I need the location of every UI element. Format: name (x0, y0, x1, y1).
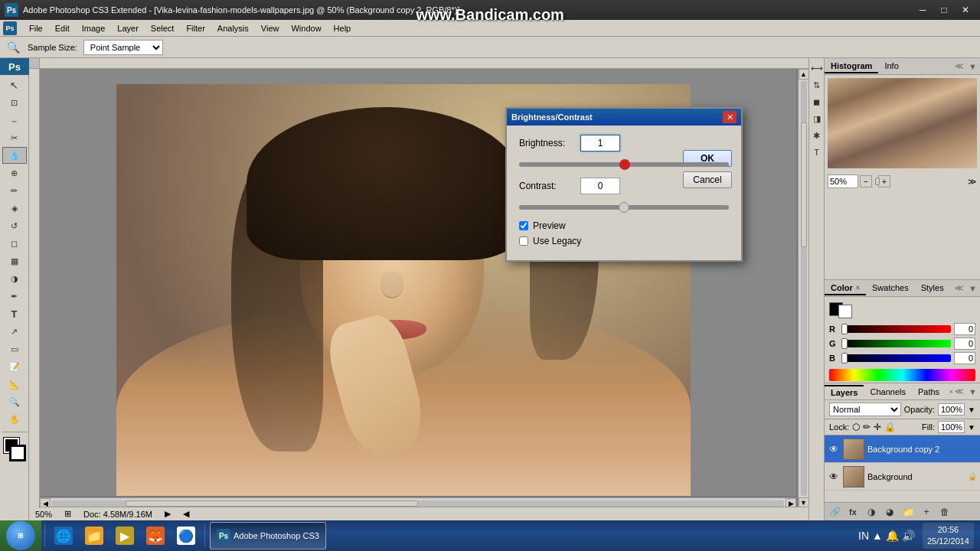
layers-tab-close[interactable]: × (949, 388, 953, 396)
right-tool-2[interactable]: ⇅ (810, 78, 824, 92)
tab-paths[interactable]: Paths (912, 386, 946, 398)
opacity-input[interactable] (938, 403, 965, 416)
layer-new-btn[interactable]: + (920, 505, 933, 519)
scroll-up-btn[interactable]: ▲ (799, 69, 809, 80)
tool-spot-heal[interactable]: ⊕ (2, 165, 27, 181)
b-slider[interactable] (841, 354, 951, 362)
tab-color[interactable]: Color × (825, 282, 866, 295)
tool-lasso[interactable]: ⌣ (2, 112, 27, 129)
tool-notes[interactable]: 📝 (2, 358, 27, 375)
taskbar-icon-chrome[interactable]: 🔵 (171, 520, 201, 551)
tool-hand[interactable]: ✋ (2, 411, 27, 428)
tool-zoom[interactable]: 🔍 (2, 393, 27, 410)
menu-filter[interactable]: Filter (180, 22, 211, 34)
tool-pen[interactable]: ✒ (2, 288, 27, 305)
background-swatch[interactable] (10, 445, 25, 461)
zoom-input[interactable] (828, 174, 858, 188)
bc-cancel-button[interactable]: Cancel (683, 171, 732, 188)
tool-crop[interactable]: ✂ (2, 129, 27, 146)
bc-brightness-input[interactable] (580, 135, 620, 152)
layer-eye-2[interactable]: 👁 (828, 471, 840, 483)
tab-channels[interactable]: Channels (864, 386, 911, 398)
maximize-button[interactable]: □ (934, 2, 954, 18)
fill-arrow[interactable]: ▼ (968, 423, 975, 432)
tab-histogram[interactable]: Histogram (825, 60, 878, 73)
layers-expand-icon[interactable]: ≪ (955, 386, 964, 396)
taskbar-icon-explorer[interactable]: 📁 (79, 520, 109, 551)
tray-arrow-icon[interactable]: ▲ (872, 530, 883, 542)
bc-preview-checkbox[interactable] (519, 221, 528, 230)
zoom-slider-thumb[interactable] (875, 178, 880, 185)
bc-contrast-input[interactable] (580, 178, 620, 194)
bc-brightness-slider[interactable] (519, 162, 729, 167)
color-panel-expand[interactable]: ≪ (955, 283, 964, 293)
tray-volume-icon[interactable]: 🔊 (902, 530, 915, 542)
scroll-thumb-v[interactable] (801, 122, 807, 247)
g-slider[interactable] (841, 340, 951, 347)
layer-adjustment-btn[interactable]: ◕ (883, 505, 897, 519)
start-button[interactable]: ⊞ (0, 520, 41, 551)
right-tool-4[interactable]: ◨ (810, 112, 824, 126)
tab-swatches[interactable]: Swatches (866, 282, 915, 295)
tab-styles[interactable]: Styles (915, 282, 950, 295)
layer-group-btn[interactable]: 📁 (901, 505, 915, 519)
tool-shape[interactable]: ▭ (2, 341, 27, 357)
histogram-options-icon[interactable]: ▼ (969, 62, 977, 71)
sample-size-select[interactable]: Point Sample 3 by 3 Average 5 by 5 Avera… (83, 40, 163, 55)
color-bg-swatch[interactable] (838, 305, 852, 318)
taskbar-icon-media[interactable]: ▶ (109, 520, 140, 551)
r-value[interactable] (954, 323, 975, 335)
lock-all-icon[interactable]: 🔒 (884, 422, 896, 432)
layer-link-btn[interactable]: 🔗 (828, 505, 841, 519)
tool-eraser[interactable]: ◻ (2, 235, 27, 252)
menu-window[interactable]: Window (285, 22, 327, 34)
scroll-thumb-h[interactable] (126, 500, 418, 507)
tool-gradient[interactable]: ▦ (2, 253, 27, 269)
minimize-button[interactable]: ─ (913, 2, 933, 18)
layer-mask-btn[interactable]: ◑ (864, 505, 878, 519)
histogram-expand-icon[interactable]: ≪ (955, 61, 964, 71)
menu-analysis[interactable]: Analysis (211, 22, 255, 34)
layer-item-bg[interactable]: 👁 Background 🔒 (825, 463, 980, 491)
tab-info[interactable]: Info (878, 60, 904, 73)
panel-more-icon[interactable]: ≫ (968, 177, 977, 187)
opacity-arrow[interactable]: ▼ (968, 406, 975, 414)
bc-legacy-checkbox[interactable] (519, 236, 528, 246)
canvas-nav-left[interactable]: ◀ (183, 509, 189, 519)
layers-options-icon[interactable]: ▼ (969, 387, 977, 396)
system-clock[interactable]: 20:56 25/12/2014 (923, 523, 974, 549)
lock-move-icon[interactable]: ✛ (874, 422, 881, 432)
layer-item-bg-copy2[interactable]: 👁 Background copy 2 (825, 435, 980, 463)
right-tool-3[interactable]: ◼ (810, 95, 824, 109)
bc-contrast-thumb[interactable] (619, 202, 629, 213)
tray-keyboard-icon[interactable]: IN (858, 530, 869, 542)
tool-stamp[interactable]: ◈ (2, 200, 27, 217)
taskbar-ps-app[interactable]: Ps Adobe Photoshop CS3 (210, 522, 326, 549)
layer-eye-1[interactable]: 👁 (828, 443, 840, 455)
close-button[interactable]: ✕ (956, 2, 975, 18)
right-tool-6[interactable]: T (810, 145, 824, 159)
lock-paint-icon[interactable]: ✏ (863, 422, 871, 432)
b-value[interactable] (954, 352, 975, 364)
taskbar-icon-ie[interactable]: 🌐 (48, 520, 79, 551)
tool-history[interactable]: ↺ (2, 217, 27, 234)
right-tool-1[interactable]: ⟷ (810, 61, 824, 75)
menu-file[interactable]: File (23, 22, 49, 34)
right-tool-5[interactable]: ✱ (810, 129, 824, 142)
tool-dodge[interactable]: ◑ (2, 270, 27, 287)
zoom-decrease-btn[interactable]: − (860, 175, 872, 187)
menu-image[interactable]: Image (76, 22, 112, 34)
tool-move[interactable]: ↖ (2, 77, 27, 93)
fill-input[interactable] (938, 421, 965, 433)
g-value[interactable] (954, 337, 975, 350)
menu-edit[interactable]: Edit (49, 22, 76, 34)
color-tab-close[interactable]: × (856, 284, 860, 292)
bc-close-button[interactable]: ✕ (723, 111, 737, 123)
tab-layers[interactable]: Layers (825, 385, 864, 399)
tool-eyedropper[interactable]: 💧 (2, 147, 27, 164)
color-panel-options[interactable]: ▼ (969, 284, 977, 293)
zoom-increase-btn[interactable]: + (878, 175, 890, 187)
canvas-nav-arrow[interactable]: ▶ (165, 509, 171, 519)
r-slider[interactable] (841, 325, 951, 333)
layer-delete-btn[interactable]: 🗑 (938, 505, 952, 519)
